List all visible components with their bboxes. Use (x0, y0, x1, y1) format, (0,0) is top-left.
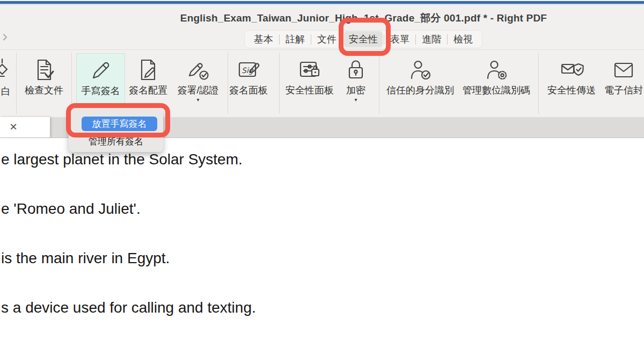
e-envelope-button[interactable]: 電子信封 (601, 57, 644, 96)
whiteout-button[interactable]: 白 (1, 85, 11, 98)
ribbon-button-label: 管理數位識別碼 (463, 85, 530, 96)
ribbon-button-label: 電子信封 (604, 85, 643, 96)
svg-text:Sig: Sig (241, 66, 254, 75)
document-pen-icon (136, 57, 160, 83)
tab-separator (279, 34, 280, 45)
security-panel-button[interactable]: 安全性面板 (283, 57, 336, 96)
ribbon-group-separator (538, 53, 539, 114)
signature-panel-button[interactable]: Sig 簽名面板 (226, 57, 271, 96)
tab-basic[interactable]: 基本 (249, 31, 278, 47)
ribbon-button-label: 簽名配置 (129, 85, 167, 96)
document-text-line: is the main river in Egypt. (1, 250, 170, 266)
ribbon-button-label: 安全性傳送 (547, 85, 596, 96)
tab-separator (311, 34, 311, 45)
examine-document-button[interactable]: 檢查文件 (23, 57, 65, 96)
pen-check-icon (186, 57, 210, 83)
security-panel-icon (297, 57, 322, 83)
right-pdf-window: English_Exam_Taiwan_Junior_High_1st_Grad… (0, 0, 644, 340)
tab-document[interactable]: 文件 (312, 31, 341, 47)
encrypt-button[interactable]: 加密 ▾ (339, 57, 373, 102)
person-gear-icon (484, 57, 509, 83)
ribbon-button-label: 手寫簽名 (82, 85, 120, 97)
manage-digital-ids-button[interactable]: 管理數位識別碼 (460, 57, 532, 96)
ribbon-button-label: 信任的身分識別 (386, 85, 454, 96)
sign-certify-button[interactable]: 簽署/認證 ▾ (174, 57, 222, 102)
ribbon-button-label: 簽署/認證 (177, 85, 218, 96)
envelope-icon (611, 57, 636, 83)
secure-send-button[interactable]: 安全性傳送 (544, 57, 599, 96)
ribbon-group-separator (16, 53, 17, 114)
person-check-icon (408, 57, 433, 83)
tab-view[interactable]: 檢視 (449, 31, 478, 47)
tab-advanced[interactable]: 進階 (417, 31, 446, 47)
signature-config-button[interactable]: 簽名配置 (126, 57, 171, 96)
ribbon-button-label: 安全性面板 (286, 85, 334, 96)
ribbon-button-label: 檢查文件 (25, 85, 63, 96)
annotation-box-place-signature (66, 103, 170, 138)
ribbon-divider (0, 49, 644, 50)
tab-separator (415, 34, 416, 45)
handwritten-signature-button[interactable]: 手寫簽名 (76, 53, 125, 104)
dropdown-arrow-icon: ▾ (196, 97, 199, 102)
envelope-shield-icon (559, 57, 584, 83)
examine-document-icon (32, 57, 56, 83)
dropdown-arrow-icon: ▾ (354, 97, 357, 102)
ribbon-button-label: 加密 (346, 85, 365, 96)
tab-annotation[interactable]: 註解 (281, 31, 310, 47)
ribbon-group-separator (279, 53, 280, 114)
document-text-line: e 'Romeo and Juliet'. (1, 201, 141, 217)
close-tab-icon[interactable]: × (10, 119, 17, 134)
ribbon-group-separator (379, 53, 379, 114)
annotation-box-security-tab (339, 18, 391, 56)
document-text-line: s a device used for calling and texting. (1, 300, 256, 316)
trusted-identities-button[interactable]: 信任的身分識別 (384, 57, 456, 96)
padlock-icon (343, 57, 368, 83)
document-text-line: e largest planet in the Solar System. (1, 151, 243, 168)
pen-icon (89, 57, 113, 83)
tab-separator (447, 34, 448, 45)
signature-panel-icon: Sig (236, 57, 261, 83)
ribbon-button-label: 簽名面板 (229, 85, 268, 96)
document-page: e largest planet in the Solar System. e … (0, 138, 644, 340)
collapse-chevron-icon[interactable]: › (2, 28, 8, 44)
document-tab[interactable]: × (0, 117, 50, 138)
whiteout-icon (0, 57, 10, 85)
